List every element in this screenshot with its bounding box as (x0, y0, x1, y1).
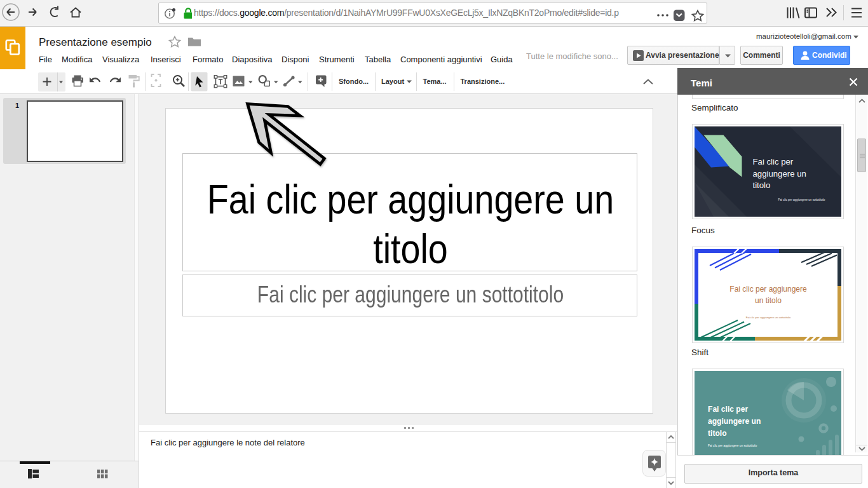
svg-text:Fai clic per aggiungere: Fai clic per aggiungere (729, 285, 807, 294)
svg-text:aggiungere un: aggiungere un (753, 169, 806, 179)
svg-text:Fai clic per aggiungere un sot: Fai clic per aggiungere un sottotitolo (746, 316, 791, 319)
svg-text:un titolo: un titolo (755, 296, 782, 305)
svg-text:Fai clic per aggiungere un sot: Fai clic per aggiungere un sottotitolo (778, 198, 825, 201)
svg-text:aggiungere un: aggiungere un (708, 417, 761, 426)
svg-text:titolo: titolo (753, 180, 771, 190)
svg-text:titolo: titolo (708, 429, 727, 438)
svg-text:Fai clic per: Fai clic per (708, 405, 748, 414)
svg-text:Fai clic per: Fai clic per (753, 157, 794, 166)
svg-text:Fai clic per aggiungere un sot: Fai clic per aggiungere un sottotitolo (708, 444, 757, 447)
